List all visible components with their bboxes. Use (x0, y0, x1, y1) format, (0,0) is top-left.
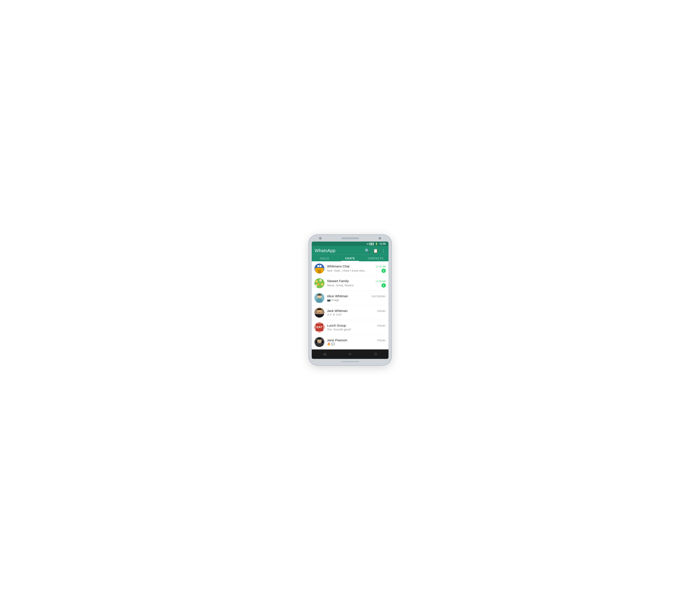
status-bar: ▾▾ ▌▌▌ 🔋 11:50 (312, 242, 389, 246)
nav-bar (312, 349, 389, 359)
list-item[interactable]: Stewart Family 11:39 AM Steve: Great, th… (312, 276, 389, 291)
wifi-icon: ▾▾ (367, 243, 369, 245)
chat-preview-text: ✔✔ 🎙 0:07 (327, 313, 386, 316)
list-item[interactable]: Whitmans Chat 11:45 AM Ned: Yeah, I thin… (312, 261, 389, 276)
chat-name: Jane Pearson (327, 338, 348, 342)
chat-time: 11:45 AM (376, 265, 385, 268)
chin-bar (341, 361, 359, 362)
chat-time: YESTERDAY (371, 295, 386, 298)
back-button[interactable] (320, 352, 329, 356)
avatar (315, 322, 324, 332)
recent-button[interactable] (371, 352, 380, 356)
chat-name: Stewart Family (327, 279, 349, 283)
phone-screen: ▾▾ ▌▌▌ 🔋 11:50 WhatsApp 🔍 📋 ⋮ CALLS CHAT… (311, 241, 389, 359)
chat-preview-text: Steve: Great, thanks! (327, 284, 380, 287)
avatar (315, 278, 324, 288)
chat-time: FRIDAY (377, 324, 386, 327)
chat-time: FRIDAY (377, 310, 386, 312)
battery-icon: 🔋 (375, 243, 378, 245)
chat-name: Jack Whitman (327, 309, 348, 312)
status-time: 11:50 (379, 243, 385, 245)
chat-name: Lunch Group (327, 324, 346, 327)
phone-top-bar (311, 238, 389, 239)
tab-calls[interactable]: CALLS (312, 255, 338, 261)
tab-contacts[interactable]: CONTACTS (363, 255, 389, 261)
chat-name: Alice Whitman (327, 294, 348, 298)
avatar (315, 307, 324, 318)
search-icon[interactable]: 🔍 (365, 248, 370, 253)
camera-left (319, 237, 322, 240)
unread-badge: 3 (381, 269, 386, 273)
chat-preview-text: 📷 Image (327, 298, 386, 302)
list-item[interactable]: Lunch Group FRIDAY You: Sounds good! (312, 320, 389, 335)
toolbar: WhatsApp 🔍 📋 ⋮ (312, 246, 389, 254)
chat-preview-text: Ned: Yeah, I think I know wha... (327, 269, 380, 272)
camera-right (379, 237, 381, 240)
list-item[interactable]: Jane Pearson FRIDAY 🔥 💬 (312, 335, 389, 349)
avatar (315, 264, 324, 274)
chat-preview-text: 🔥 💬 (327, 343, 386, 346)
chat-name: Whitmans Chat (327, 265, 350, 268)
chat-list: Whitmans Chat 11:45 AM Ned: Yeah, I thin… (312, 261, 389, 349)
new-chat-icon[interactable]: 📋 (373, 248, 378, 253)
signal-icon: ▌▌▌ (370, 243, 374, 245)
list-item[interactable]: Alice Whitman YESTERDAY 📷 Image (312, 291, 389, 305)
phone-outer: ▾▾ ▌▌▌ 🔋 11:50 WhatsApp 🔍 📋 ⋮ CALLS CHAT… (308, 234, 392, 366)
speaker (341, 238, 359, 239)
tab-bar: CALLS CHATS CONTACTS (312, 254, 389, 261)
more-options-icon[interactable]: ⋮ (381, 248, 385, 253)
list-item[interactable]: Jack Whitman FRIDAY ✔✔ 🎙 0:07 (312, 305, 389, 320)
app-title: WhatsApp (315, 248, 365, 253)
chat-preview-text: You: Sounds good! (327, 328, 386, 331)
tab-chats[interactable]: CHATS (337, 255, 363, 261)
chat-time: 11:39 AM (376, 280, 385, 282)
unread-badge: 1 (381, 283, 386, 288)
home-button[interactable] (346, 352, 354, 356)
chat-time: FRIDAY (377, 339, 386, 342)
avatar (315, 293, 324, 303)
avatar (315, 337, 324, 347)
